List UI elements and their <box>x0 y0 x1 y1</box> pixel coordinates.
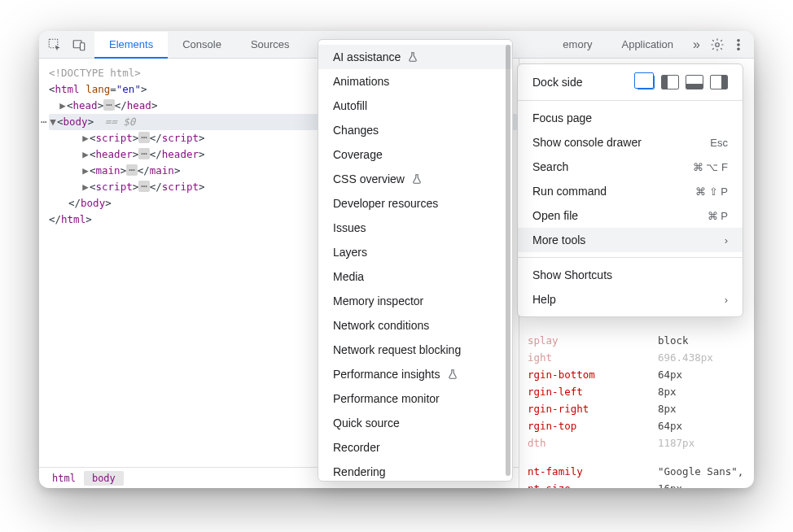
dock-right-icon[interactable] <box>710 75 728 89</box>
prop-fs-key: nt-size <box>528 480 658 488</box>
menu-open-file[interactable]: Open file⌘ P <box>518 203 743 228</box>
prop-mr-key: rgin-right <box>528 400 658 417</box>
settings-gear-icon[interactable] <box>710 37 725 52</box>
tool-layers[interactable]: Layers <box>318 240 512 264</box>
prop-ml-key: rgin-left <box>528 383 658 400</box>
tool-network-request-blocking[interactable]: Network request blocking <box>318 338 512 362</box>
devtools-main-menu: Dock side Focus page Show console drawer… <box>517 63 743 317</box>
prop-display-val: block <box>658 332 689 349</box>
tool-css-overview[interactable]: CSS overview <box>318 167 512 191</box>
prop-ff-key: nt-family <box>528 463 658 480</box>
menu-show-console[interactable]: Show console drawerEsc <box>518 130 743 155</box>
device-toolbar-icon[interactable] <box>72 37 86 52</box>
flask-icon <box>447 368 458 380</box>
prop-mt-val: 64px <box>658 417 682 434</box>
menu-search[interactable]: Search⌘ ⌥ F <box>518 155 743 179</box>
breadcrumb-html[interactable]: html <box>44 471 84 486</box>
prop-mr-val: 8px <box>658 400 677 417</box>
flask-icon <box>407 51 418 63</box>
tool-network-conditions[interactable]: Network conditions <box>318 313 512 338</box>
flask-icon <box>411 173 423 185</box>
dock-left-icon[interactable] <box>661 75 679 89</box>
tool-media[interactable]: Media <box>318 264 512 289</box>
prop-width-key: dth <box>528 434 658 451</box>
menu-help[interactable]: Help› <box>518 287 743 312</box>
dock-side-row: Dock side <box>518 69 743 95</box>
inspect-element-icon[interactable] <box>47 37 62 52</box>
chevron-right-icon: › <box>725 294 728 306</box>
breadcrumb-body[interactable]: body <box>84 471 124 486</box>
menu-show-shortcuts[interactable]: Show Shortcuts <box>518 263 743 287</box>
tool-changes[interactable]: Changes <box>318 118 512 142</box>
tool-issues[interactable]: Issues <box>318 216 512 240</box>
dom-doctype: <!DOCTYPE html> <box>49 67 141 79</box>
tool-coverage[interactable]: Coverage <box>318 142 512 167</box>
svg-point-4 <box>738 39 739 41</box>
svg-point-3 <box>716 42 720 46</box>
prop-width-val: 1187px <box>658 434 694 451</box>
dock-bottom-icon[interactable] <box>686 75 703 89</box>
devtools-menu-kebab-icon[interactable] <box>731 37 746 52</box>
dock-side-label: Dock side <box>532 76 582 89</box>
more-tools-submenu: AI assistance Animations Autofill Change… <box>318 39 513 482</box>
tabstrip-left-icons <box>39 37 94 52</box>
tabs-overflow-icon[interactable]: » <box>688 37 703 52</box>
tool-quick-source[interactable]: Quick source <box>318 411 512 435</box>
prop-fs-val: 16px <box>658 480 682 488</box>
menu-focus-page[interactable]: Focus page <box>518 106 743 130</box>
tab-console[interactable]: Console <box>168 31 236 58</box>
prop-mt-key: rgin-top <box>528 417 658 434</box>
svg-point-5 <box>738 43 739 45</box>
menu-more-tools[interactable]: More tools› <box>518 228 743 252</box>
prop-display-key: splay <box>528 332 658 349</box>
prop-mb-key: rgin-bottom <box>528 366 658 383</box>
tab-application[interactable]: Application <box>607 31 688 58</box>
tab-memory-partial[interactable]: emory <box>563 31 607 58</box>
tool-ai-assistance[interactable]: AI assistance <box>318 45 512 69</box>
prop-ff-val: "Google Sans", <box>658 463 743 480</box>
tool-memory-inspector[interactable]: Memory inspector <box>318 289 512 313</box>
svg-point-6 <box>738 48 739 50</box>
tool-recorder[interactable]: Recorder <box>318 435 512 460</box>
tab-sources[interactable]: Sources <box>236 31 304 58</box>
tool-performance-insights[interactable]: Performance insights <box>318 362 512 386</box>
tool-rendering[interactable]: Rendering <box>318 460 512 482</box>
tool-developer-resources[interactable]: Developer resources <box>318 191 512 216</box>
tool-autofill[interactable]: Autofill <box>318 94 512 118</box>
dock-popout-icon[interactable] <box>637 75 655 89</box>
menu-run-command[interactable]: Run command⌘ ⇧ P <box>518 179 743 203</box>
prop-ml-val: 8px <box>658 383 677 400</box>
prop-height-val: 696.438px <box>658 349 713 366</box>
prop-height-key: ight <box>528 349 658 366</box>
tool-animations[interactable]: Animations <box>318 69 512 94</box>
prop-mb-val: 64px <box>658 366 682 383</box>
svg-rect-2 <box>81 42 85 50</box>
tab-elements[interactable]: Elements <box>94 32 168 59</box>
chevron-right-icon: › <box>725 234 728 246</box>
tool-performance-monitor[interactable]: Performance monitor <box>318 386 512 411</box>
